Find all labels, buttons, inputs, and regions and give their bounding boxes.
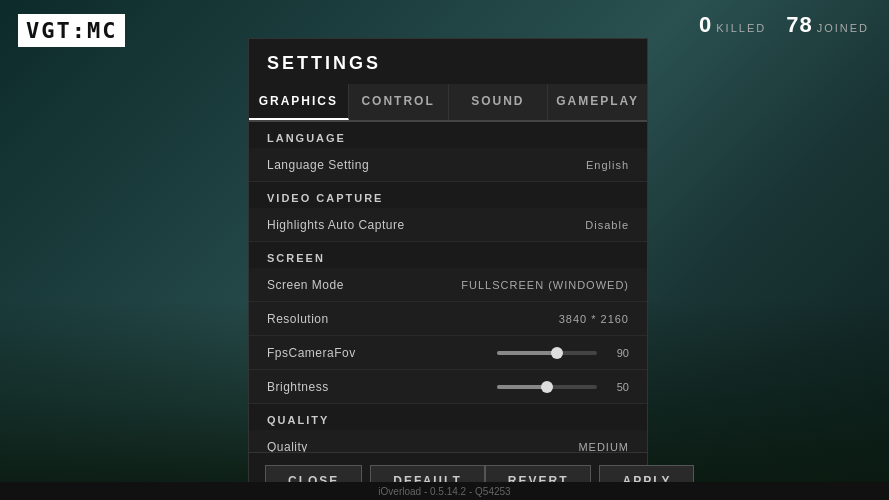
resolution-value: 3840 * 2160 (559, 313, 629, 325)
quality-label: Quality (267, 440, 308, 453)
language-label: Language Setting (267, 158, 369, 172)
hud-stats: 0 KILLED 78 JOINED (699, 12, 869, 38)
joined-label: JOINED (817, 22, 869, 34)
highlights-label: Highlights Auto Capture (267, 218, 405, 232)
section-language-header: LANGUAGE (249, 122, 647, 148)
killed-stat: 0 KILLED (699, 12, 766, 38)
screen-mode-label: Screen Mode (267, 278, 344, 292)
setting-language: Language Setting English (249, 148, 647, 182)
settings-tabs: GRAPHICS CONTROL SOUND GAMEPLAY (249, 84, 647, 122)
quality-value: MEDIUM (578, 441, 629, 453)
fps-fov-label: FpsCameraFov (267, 346, 356, 360)
killed-label: KILLED (716, 22, 766, 34)
language-value: English (586, 159, 629, 171)
version-bar: iOverload - 0.5.14.2 - Q54253 (0, 482, 889, 500)
section-quality-header: QUALITY (249, 404, 647, 430)
setting-fps-fov: FpsCameraFov 90 (249, 336, 647, 370)
settings-panel: SETTINGS GRAPHICS CONTROL SOUND GAMEPLAY… (248, 38, 648, 500)
logo-text: VGT:MC (26, 18, 117, 43)
settings-title: SETTINGS (249, 39, 647, 84)
brightness-track[interactable] (497, 385, 597, 389)
logo: VGT:MC (18, 14, 125, 47)
resolution-label: Resolution (267, 312, 329, 326)
fps-fov-fill (497, 351, 557, 355)
fps-fov-slider-container[interactable]: 90 (497, 347, 629, 359)
brightness-slider-container[interactable]: 50 (497, 381, 629, 393)
highlights-value: Disable (585, 219, 629, 231)
setting-highlights: Highlights Auto Capture Disable (249, 208, 647, 242)
brightness-fill (497, 385, 547, 389)
tab-graphics[interactable]: GRAPHICS (249, 84, 349, 120)
brightness-thumb[interactable] (541, 381, 553, 393)
setting-resolution: Resolution 3840 * 2160 (249, 302, 647, 336)
version-text: iOverload - 0.5.14.2 - Q54253 (378, 486, 510, 497)
section-video-header: VIDEO CAPTURE (249, 182, 647, 208)
killed-number: 0 (699, 12, 712, 38)
fps-fov-thumb[interactable] (551, 347, 563, 359)
setting-quality: Quality MEDIUM (249, 430, 647, 452)
setting-screen-mode: Screen Mode FULLSCREEN (WINDOWED) (249, 268, 647, 302)
fps-fov-track[interactable] (497, 351, 597, 355)
tab-sound[interactable]: SOUND (449, 84, 549, 120)
screen-mode-value: FULLSCREEN (WINDOWED) (461, 279, 629, 291)
tab-control[interactable]: CONTROL (349, 84, 449, 120)
brightness-label: Brightness (267, 380, 329, 394)
joined-number: 78 (786, 12, 812, 38)
setting-brightness: Brightness 50 (249, 370, 647, 404)
tab-gameplay[interactable]: GAMEPLAY (548, 84, 647, 120)
brightness-num: 50 (605, 381, 629, 393)
fps-fov-num: 90 (605, 347, 629, 359)
settings-body: LANGUAGE Language Setting English VIDEO … (249, 122, 647, 452)
joined-stat: 78 JOINED (786, 12, 869, 38)
section-screen-header: SCREEN (249, 242, 647, 268)
